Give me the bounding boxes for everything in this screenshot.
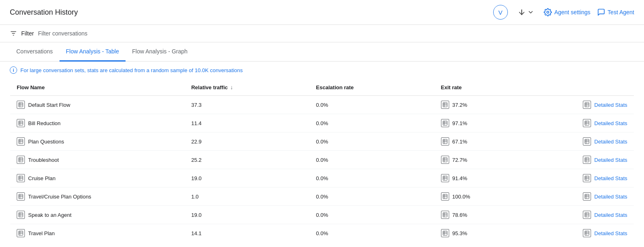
- cell-action: Detailed Stats: [559, 224, 634, 243]
- cell-relative-traffic: 22.9: [185, 132, 309, 151]
- svg-rect-66: [19, 194, 23, 198]
- svg-rect-62: [585, 176, 589, 180]
- cell-exit-rate: 72.7%: [434, 151, 559, 169]
- detailed-stats-table-icon: [583, 137, 591, 146]
- detailed-stats-link[interactable]: Detailed Stats: [594, 212, 627, 218]
- exit-rate-table-icon: [441, 137, 449, 146]
- svg-rect-34: [443, 139, 447, 143]
- detailed-stats-table-icon: [583, 229, 591, 237]
- cell-flow-name: Cruise Plan: [10, 169, 185, 187]
- flow-name-text: Speak to an Agent: [28, 212, 71, 218]
- svg-rect-26: [585, 121, 589, 125]
- flow-name-text: Travel/Cruise Plan Options: [28, 194, 91, 200]
- svg-rect-38: [585, 139, 589, 143]
- table-row: Bill Reduction 11.40.0% 97.1% Detailed S…: [10, 114, 634, 132]
- detailed-stats-link[interactable]: Detailed Stats: [594, 157, 627, 163]
- table-row: Speak to an Agent 19.00.0% 78.6% Detaile…: [10, 206, 634, 224]
- svg-rect-90: [19, 231, 23, 235]
- sort-down-icon: ↓: [230, 84, 233, 90]
- detailed-stats-table-icon: [583, 211, 591, 219]
- cell-exit-rate: 97.1%: [434, 114, 559, 132]
- sort-button[interactable]: [514, 7, 537, 18]
- header-actions: V Agent settings Test Agent: [493, 5, 634, 20]
- detailed-stats-table-icon: [583, 119, 591, 127]
- detailed-stats-link[interactable]: Detailed Stats: [594, 230, 627, 236]
- test-agent-link[interactable]: Test Agent: [597, 8, 634, 16]
- chevron-down-icon: [527, 9, 534, 15]
- cell-action: Detailed Stats: [559, 151, 634, 169]
- filter-bar: Filter Filter conversations: [0, 25, 644, 42]
- gear-icon: [544, 8, 552, 16]
- cell-flow-name: Speak to an Agent: [10, 206, 185, 224]
- svg-rect-98: [585, 231, 589, 235]
- tab-flow-graph[interactable]: Flow Analysis - Graph: [126, 42, 194, 62]
- detailed-stats-link[interactable]: Detailed Stats: [594, 175, 627, 181]
- svg-rect-94: [443, 231, 447, 235]
- cell-action: Detailed Stats: [559, 169, 634, 187]
- th-relative-traffic[interactable]: Relative traffic ↓: [185, 79, 309, 96]
- cell-escalation-rate: 0.0%: [309, 187, 434, 206]
- tab-flow-table[interactable]: Flow Analysis - Table: [60, 42, 126, 62]
- info-banner: i For large conversation sets, stats are…: [0, 62, 644, 79]
- info-text: For large conversation sets, stats are c…: [20, 67, 243, 73]
- svg-rect-6: [19, 103, 23, 107]
- cell-exit-rate: 95.3%: [434, 224, 559, 243]
- cell-flow-name: Troubleshoot: [10, 151, 185, 169]
- table-container: Flow Name Relative traffic ↓ Escalation …: [0, 79, 644, 247]
- flow-name-table-icon: [17, 137, 25, 146]
- cell-exit-rate: 91.4%: [434, 169, 559, 187]
- svg-rect-78: [19, 213, 23, 217]
- flow-name-text: Troubleshoot: [28, 157, 59, 163]
- flow-name-text: Travel Plan: [28, 230, 55, 236]
- exit-rate-text: 67.1%: [452, 139, 468, 145]
- flow-name-table-icon: [17, 211, 25, 219]
- exit-rate-table-icon: [441, 156, 449, 164]
- cell-flow-name: Bill Reduction: [10, 114, 185, 132]
- exit-rate-table-icon: [441, 101, 449, 109]
- flow-name-table-icon: [17, 229, 25, 237]
- exit-rate-table-icon: [441, 119, 449, 127]
- detailed-stats-table-icon: [583, 156, 591, 164]
- detailed-stats-link[interactable]: Detailed Stats: [594, 194, 627, 200]
- detailed-stats-table-icon: [583, 101, 591, 109]
- cell-action: Detailed Stats: [559, 187, 634, 206]
- flow-name-text: Plan Questions: [28, 139, 64, 145]
- th-action: [559, 79, 634, 96]
- cell-escalation-rate: 0.0%: [309, 114, 434, 132]
- exit-rate-text: 78.6%: [452, 212, 468, 218]
- exit-rate-text: 97.1%: [452, 120, 468, 126]
- exit-rate-text: 100.0%: [452, 194, 470, 200]
- detailed-stats-table-icon: [583, 174, 591, 182]
- cell-escalation-rate: 0.0%: [309, 96, 434, 114]
- detailed-stats-link[interactable]: Detailed Stats: [594, 102, 627, 108]
- cell-relative-traffic: 11.4: [185, 114, 309, 132]
- detailed-stats-link[interactable]: Detailed Stats: [594, 120, 627, 126]
- table-row: Plan Questions 22.90.0% 67.1% Detailed S…: [10, 132, 634, 151]
- svg-rect-50: [585, 158, 589, 162]
- flow-name-table-icon: [17, 156, 25, 164]
- th-exit-rate: Exit rate: [434, 79, 559, 96]
- cell-flow-name: Default Start Flow: [10, 96, 185, 114]
- flow-name-text: Default Start Flow: [28, 102, 70, 108]
- info-icon: i: [10, 66, 17, 74]
- exit-rate-table-icon: [441, 192, 449, 201]
- flow-name-text: Bill Reduction: [28, 120, 61, 126]
- tab-conversations[interactable]: Conversations: [10, 42, 60, 62]
- table-row: Cruise Plan 19.00.0% 91.4% Detailed Stat…: [10, 169, 634, 187]
- agent-settings-link[interactable]: Agent settings: [544, 8, 591, 16]
- flow-name-table-icon: [17, 101, 25, 109]
- svg-rect-58: [443, 176, 447, 180]
- detailed-stats-table-icon: [583, 192, 591, 201]
- svg-rect-46: [443, 158, 447, 162]
- cell-flow-name: Travel/Cruise Plan Options: [10, 187, 185, 206]
- exit-rate-text: 95.3%: [452, 230, 468, 236]
- cell-escalation-rate: 0.0%: [309, 132, 434, 151]
- cell-relative-traffic: 25.2: [185, 151, 309, 169]
- cell-relative-traffic: 14.1: [185, 224, 309, 243]
- avatar[interactable]: V: [493, 5, 508, 20]
- cell-action: Detailed Stats: [559, 96, 634, 114]
- page-title: Conversation History: [10, 8, 78, 17]
- detailed-stats-link[interactable]: Detailed Stats: [594, 139, 627, 145]
- svg-point-2: [547, 11, 549, 13]
- test-agent-label: Test Agent: [608, 9, 634, 15]
